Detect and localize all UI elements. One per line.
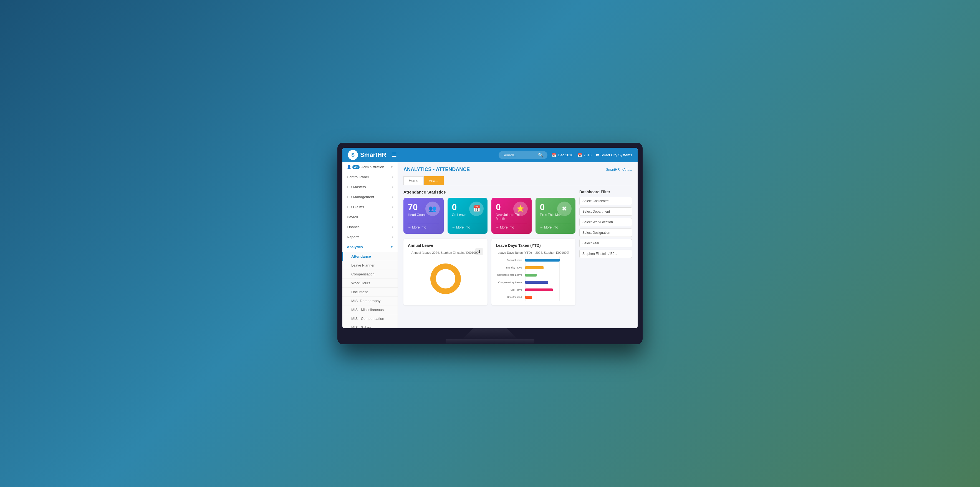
admin-icon: 👤 [347,165,351,169]
svg-point-2 [438,271,453,287]
chevron-right-icon: › [392,185,393,188]
calendar-icon-2: 📅 [578,153,582,157]
monitor-screen: S SmartHR ☰ 🔍 📅 Dec 2018 📅 2018 ⇄ [342,148,638,328]
bar-chart-labels: Annual Leave Birthday leave Compassionat… [496,257,523,301]
sidebar-sub-item-mis-compensation[interactable]: MIS - Compensation [342,314,398,323]
search-input[interactable] [503,153,536,157]
stat-more-new-joiners[interactable]: → More Info [496,223,527,229]
calendar-icon-1: 📅 [552,153,556,157]
org-item: ⇄ Smart City Systems [596,153,632,157]
stat-icon-new-joiners: ⭐ [513,201,528,216]
filter-worklocation[interactable]: Select WorkLocation [579,218,632,226]
hamburger-icon[interactable]: ☰ [392,152,397,158]
page-header: ANALYTICS - ATTENDANCE SmartHR > Ana... [403,167,632,172]
monitor-stand [462,328,518,339]
chevron-right-icon: › [392,176,393,179]
logo-icon: S [348,150,358,160]
donut-chart-svg [429,262,462,295]
org-icon: ⇄ [596,153,599,157]
chevron-down-icon-analytics: ▼ [390,246,393,249]
sidebar-item-payroll[interactable]: Payroll › [342,212,398,222]
charts-row: Annual Leave Annual (Leave-2024, Stephen… [403,239,576,305]
sidebar-sub-item-document[interactable]: Document [342,287,398,297]
sidebar-sub-item-compensation[interactable]: Compensation [342,270,398,279]
monitor-frame: S SmartHR ☰ 🔍 📅 Dec 2018 📅 2018 ⇄ [337,143,643,344]
bar-label-unauthorized: Unauthorized [496,296,523,299]
dashboard-layout: Attendance Statistics 70 Head Count 👥 → … [403,190,632,305]
bar-label-annual: Annual Leave [496,259,523,262]
tab-home[interactable]: Home [403,176,424,185]
analytics-sub-menu: Attendance Leave Planner Compensation Wo… [342,252,398,328]
sidebar-item-finance[interactable]: Finance › [342,222,398,232]
stat-card-new-joiners: 0 New Joiners This Month ⭐ → More Info [492,198,531,234]
leave-ytd-title: Leave Days Taken (YTD) [496,243,571,247]
sidebar-sub-item-attendance[interactable]: Attendance [342,252,398,261]
bar-label-compassionate: Compassionate Leave [496,273,523,276]
donut-container [408,257,483,301]
tab-active[interactable]: Ana... [424,176,444,185]
filter-designation[interactable]: Select Designation [579,228,632,237]
sidebar-sub-item-mis-misc[interactable]: MIS - Miscellaneous [342,305,398,314]
date1-item: 📅 Dec 2018 [552,153,573,157]
stats-title: Attendance Statistics [403,190,576,194]
stat-card-headcount: 70 Head Count 👥 → More Info [403,198,444,234]
chevron-down-icon: ▼ [390,166,393,169]
tabs-row: Home Ana... [403,176,632,185]
sidebar-item-analytics[interactable]: Analytics ▼ [342,242,398,252]
bar-label-compensatory: Compensatory Leave [496,281,523,284]
topbar: S SmartHR ☰ 🔍 📅 Dec 2018 📅 2018 ⇄ [342,148,638,162]
sidebar-sub-item-mis-salary[interactable]: MIS - Salary [342,323,398,328]
filter-year[interactable]: Select Year [579,239,632,247]
dashboard-main: Attendance Statistics 70 Head Count 👥 → … [403,190,576,305]
page-content: ANALYTICS - ATTENDANCE SmartHR > Ana... … [398,162,638,328]
sidebar-sub-item-work-hours[interactable]: Work Hours [342,279,398,287]
bar-label-birthday: Birthday leave [496,266,523,269]
sidebar-item-hr-management[interactable]: HR Management › [342,192,398,202]
chevron-right-icon: › [392,235,393,238]
filter-department[interactable]: Select Department [579,208,632,216]
sidebar-badge: 40 [352,165,360,169]
stat-card-on-leave: 0 On Leave 📅 → More Info [447,198,488,234]
sidebar-item-hr-masters[interactable]: HR Masters › [342,182,398,192]
stats-cards: 70 Head Count 👥 → More Info 0 [403,198,576,234]
stat-card-exits: 0 Exits This Month ✖ → More Info [536,198,576,234]
annual-leave-label: Annual (Leave-2024, Stephen Einstein / E… [408,251,483,254]
main-content: 👤 40 Administration ▼ Control Panel › HR… [342,162,638,328]
sidebar-administration[interactable]: 👤 40 Administration ▼ [342,162,398,172]
filter-employee[interactable]: Stephen Einstein / E0... [579,250,632,258]
sidebar-item-control-panel[interactable]: Control Panel › [342,172,398,182]
stat-more-exits[interactable]: → More Info [540,223,571,229]
logo: S SmartHR [348,150,386,160]
logo-text: SmartHR [360,151,386,158]
stat-icon-exits: ✖ [557,201,571,216]
stat-icon-on-leave: 📅 [469,201,484,216]
sidebar-sub-item-mis-demography[interactable]: MIS -Demography [342,297,398,305]
bar-chart-bars [525,257,571,301]
date2-item: 📅 2018 [578,153,592,157]
page-title: ANALYTICS - ATTENDANCE [403,167,470,172]
search-box[interactable]: 🔍 [499,151,547,159]
stat-icon-headcount: 👥 [425,201,440,216]
chevron-right-icon: › [392,216,393,219]
monitor-base [445,339,535,344]
bar-chart-container: Annual Leave Birthday leave Compassionat… [496,257,571,301]
filter-title: Dashboard Filter [579,190,632,194]
dashboard-filter: Dashboard Filter Select Costcentre Selec… [579,190,632,305]
breadcrumb: SmartHR > Ana... [606,168,632,172]
stat-more-on-leave[interactable]: → More Info [452,223,483,229]
sidebar: 👤 40 Administration ▼ Control Panel › HR… [342,162,398,328]
sidebar-item-reports[interactable]: Reports › [342,232,398,242]
filter-costcentre[interactable]: Select Costcentre [579,197,632,205]
bar-label-sick: Sick leave [496,289,523,292]
sidebar-item-hr-claims[interactable]: HR Claims › [342,202,398,212]
sidebar-sub-item-leave-planner[interactable]: Leave Planner [342,261,398,270]
chevron-right-icon: › [392,225,393,228]
chevron-right-icon: › [392,206,393,209]
annual-leave-title: Annual Leave [408,243,483,247]
search-icon: 🔍 [538,152,544,158]
topbar-right: 🔍 📅 Dec 2018 📅 2018 ⇄ Smart City Systems [499,151,632,159]
leave-ytd-chart: Leave Days Taken (YTD) Leave Days Taken … [492,239,576,305]
stat-more-headcount[interactable]: → More Info [408,223,439,229]
chevron-right-icon: › [392,195,393,198]
annual-leave-chart: Annual Leave Annual (Leave-2024, Stephen… [403,239,487,305]
